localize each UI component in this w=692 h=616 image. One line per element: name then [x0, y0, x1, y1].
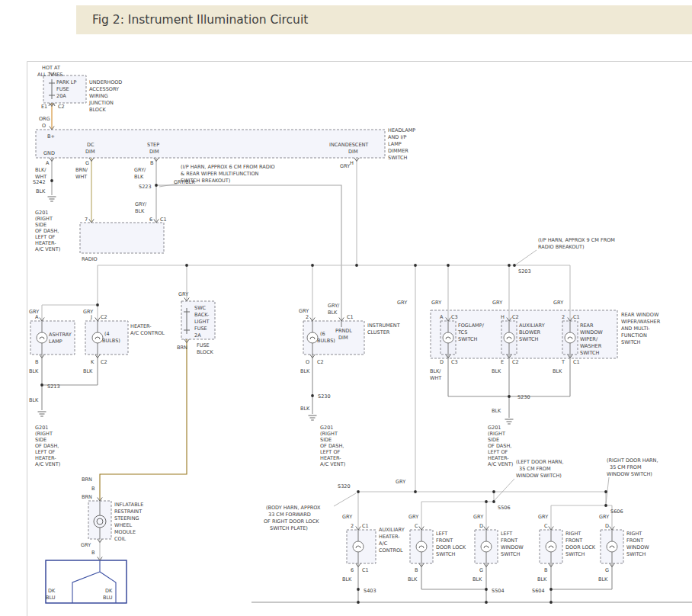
label-b: B	[91, 486, 95, 492]
label-window-switch: WINDOW SWITCH)	[516, 473, 562, 479]
label-gry: GRY	[299, 308, 309, 314]
figure-title: Fig 2: Instrument Illumination Circuit	[92, 13, 308, 27]
splice-dot	[311, 264, 314, 267]
label-dim: DIM	[149, 149, 159, 155]
note-leader-4	[495, 479, 514, 500]
label-c1: C1	[160, 217, 167, 223]
label-door-lock: DOOR LOCK	[436, 544, 466, 550]
label-org: ORG	[39, 116, 50, 122]
label-fuse: FUSE	[197, 342, 210, 348]
label-block: BLOCK	[89, 107, 107, 113]
label-35-cm-from: 35 CM FROM	[610, 464, 642, 470]
label-swc: SWC	[194, 305, 207, 311]
label-washer: WASHER	[580, 343, 602, 349]
label-side: SIDE	[320, 437, 332, 443]
label-h: H	[350, 160, 354, 166]
ground-icon	[38, 412, 46, 416]
note-leader-3	[334, 493, 356, 506]
label-rear-wiper-multifunction: & REAR WIPER MULTIFUNCTION	[181, 171, 259, 177]
label-dim: DIM	[348, 149, 358, 155]
label-function: FUNCTION	[621, 332, 647, 338]
label-blk: BLK	[135, 208, 145, 214]
label-left: LEFT	[436, 531, 447, 537]
label-b: B	[415, 567, 418, 573]
label-c2: C2	[58, 104, 65, 110]
label-s320: S320	[338, 483, 351, 489]
label-front: FRONT	[565, 537, 582, 544]
label-blk: BLK	[598, 576, 608, 582]
label-prndl: PRNDL	[335, 328, 352, 334]
label-gry: GRY	[599, 514, 609, 520]
label-wiring: WIRING	[89, 93, 108, 99]
bulb-icon	[504, 332, 514, 343]
wiring-diagram: HOT ATALL TIMESPARK LPFUSE20AUNDERHOODAC…	[0, 0, 692, 616]
label-s506: S506	[498, 505, 511, 511]
label-incandescent: INCANDESCENT	[329, 142, 368, 148]
splice-dot	[414, 264, 417, 267]
label-g: G	[605, 567, 609, 573]
label-gnd: GND	[43, 150, 55, 156]
label-blk: BLK	[328, 310, 338, 316]
label-switch: SWITCH	[580, 350, 600, 356]
label-blk: BLK	[408, 576, 418, 582]
label-blk: BLK	[29, 368, 39, 374]
splice-dot	[50, 179, 53, 182]
label-c2: C2	[512, 314, 519, 320]
label-block: BLOCK	[197, 349, 214, 355]
label-2a: 2A	[194, 332, 201, 338]
label-e1: E1	[41, 104, 47, 110]
bulb-icon	[481, 541, 492, 552]
label-left-of: LEFT OF	[35, 449, 56, 455]
wire-brn	[100, 339, 187, 501]
label-gry: GRY/	[135, 201, 147, 207]
label-side: SIDE	[35, 222, 46, 228]
label-a: A	[440, 314, 444, 320]
label-park-lp: PARK LP	[56, 79, 76, 85]
label-2: 2	[351, 523, 354, 529]
label-left-of: LEFT OF	[488, 449, 508, 455]
label-all-times: ALL TIMES	[37, 72, 62, 78]
label-dc: DC	[87, 142, 95, 148]
splice-dot	[604, 490, 607, 493]
label-right: (RIGHT	[35, 216, 53, 222]
label-7: 7	[85, 217, 88, 223]
label-gry: GRY	[340, 163, 350, 169]
label-blk: BLK	[537, 576, 547, 582]
label-d: D	[440, 359, 444, 365]
label-wht: WHT	[75, 174, 87, 180]
label-s242: S242	[33, 179, 46, 185]
label-left: LEFT	[501, 531, 512, 537]
splice-dot	[96, 303, 99, 306]
label-side: SIDE	[488, 437, 499, 443]
label-brn: BRN	[82, 494, 92, 500]
label-b: B	[91, 550, 95, 556]
label-b: B	[544, 567, 547, 573]
label-junction: JUNCTION	[88, 100, 114, 106]
label-g201: G201	[488, 425, 501, 431]
label-gry: GRY/	[328, 303, 340, 309]
label-t: T	[561, 359, 565, 365]
label-blk: BLK	[553, 368, 562, 374]
label-c1: C1	[362, 523, 369, 529]
bulb-icon	[307, 332, 318, 343]
label-blk: BLK	[342, 576, 352, 582]
label-c1: C1	[573, 314, 580, 320]
label-door-lock: DOOR LOCK	[565, 544, 596, 550]
label-of-dash: OF DASH,	[488, 443, 511, 449]
label-c2: C2	[512, 359, 519, 365]
label-brn: BRN	[82, 476, 92, 483]
label-gry: GRY/	[134, 167, 146, 173]
label-gry-blk: GRY/BLK	[174, 179, 195, 185]
ground-icon	[309, 415, 317, 420]
label-s230: S230	[318, 393, 331, 399]
label-of-dash: OF DASH,	[35, 228, 59, 234]
label-g201: G201	[35, 425, 48, 431]
label-rear: REAR	[580, 322, 594, 329]
label-bulbs: BULBS)	[102, 338, 120, 344]
label-back: BACK-	[194, 312, 210, 318]
label-blk: BLK	[36, 188, 46, 194]
label-c: C	[544, 523, 548, 529]
label-fuse: FUSE	[194, 326, 207, 332]
label-radio: RADIO	[82, 256, 98, 262]
label-heater: HEATER-	[130, 323, 152, 329]
